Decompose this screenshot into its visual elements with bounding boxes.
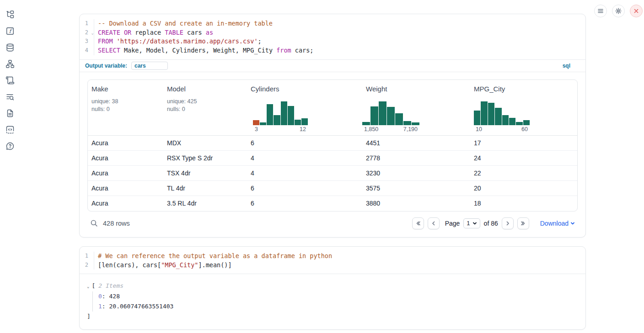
tree-root: ⌄[2 Items <box>87 281 578 291</box>
histogram-bar <box>488 103 494 125</box>
language-badge: sql <box>563 63 570 69</box>
dataframe-table: Make unique: 38 nulls: 0 Model unique: 4… <box>87 79 578 211</box>
histogram-bar <box>481 101 487 125</box>
sql-cell-output: Make unique: 38 nulls: 0 Model unique: 4… <box>80 72 585 237</box>
table-row[interactable]: AcuraTSX 4dr4323022 <box>88 166 577 181</box>
table-cell: 6 <box>247 185 362 192</box>
code-line: 3FROM 'https://datasets.marimo.app/cars.… <box>80 37 585 46</box>
svg-text:f: f <box>9 28 13 34</box>
code-line: 2[len(cars), cars["MPG_City"].mean()] <box>80 261 585 270</box>
table-cell: 17 <box>470 139 577 147</box>
table-cell: 20 <box>470 185 577 192</box>
line-number: 1 <box>80 19 94 28</box>
histogram-bar <box>509 118 515 125</box>
previous-page-button[interactable] <box>428 217 440 229</box>
settings-button[interactable] <box>612 5 625 17</box>
histogram-bar <box>403 121 411 125</box>
collapse-chevron-icon[interactable]: ⌄ <box>87 284 89 289</box>
page-label: Page <box>445 220 460 227</box>
line-number: 2 <box>80 261 94 270</box>
histogram-bar <box>516 122 522 125</box>
table-row[interactable]: AcuraRSX Type S 2dr4277824 <box>88 151 577 166</box>
search-icon[interactable] <box>90 219 98 227</box>
table-cell: RSX Type S 2dr <box>163 154 247 162</box>
column-header-make[interactable]: Make unique: 38 nulls: 0 <box>88 80 163 135</box>
column-label: MPG_City <box>474 85 574 93</box>
file-document-icon[interactable] <box>5 109 15 118</box>
histogram-min-label: 10 <box>476 126 482 132</box>
column-label: Model <box>167 85 243 93</box>
topbar <box>594 5 643 17</box>
code-line: 4SELECT Make, Model, Cylinders, Weight, … <box>80 46 585 55</box>
histogram-bar <box>379 101 386 125</box>
column-header-mpg-city[interactable]: MPG_City 10 60 <box>470 80 577 135</box>
table-cell: 3880 <box>362 200 470 207</box>
code-line: 2⌄CREATE OR replace TABLE cars as <box>80 28 585 37</box>
table-header: Make unique: 38 nulls: 0 Model unique: 4… <box>88 80 577 136</box>
sidebar: f <box>0 0 20 333</box>
histogram-min-label: 1,850 <box>364 126 378 132</box>
histogram-min-label: 3 <box>255 126 258 132</box>
scroll-icon[interactable] <box>5 76 15 85</box>
table-cell: 3230 <box>362 169 470 177</box>
histogram-bar <box>274 115 280 125</box>
weight-histogram: 1,850 7,190 <box>362 101 419 132</box>
file-tree-icon[interactable] <box>5 10 15 19</box>
column-stats: unique: 425 nulls: 0 <box>167 98 243 113</box>
table-body: AcuraMDX6445117AcuraRSX Type S 2dr427782… <box>88 136 577 211</box>
last-page-button[interactable] <box>517 217 529 229</box>
code-text: CREATE OR replace TABLE cars as <box>94 28 213 37</box>
table-cell: 4 <box>247 169 362 177</box>
table-cell: MDX <box>163 139 247 147</box>
dependency-graph-icon[interactable] <box>5 59 15 69</box>
column-label: Cylinders <box>251 85 359 93</box>
column-label: Make <box>91 85 160 93</box>
list-search-icon[interactable] <box>5 92 15 101</box>
table-cell: TL 4dr <box>163 185 247 192</box>
code-text: # We can reference the output variable a… <box>94 252 332 261</box>
help-circle-icon[interactable] <box>5 142 15 151</box>
output-variable-input[interactable] <box>131 62 168 70</box>
fold-chevron-icon[interactable]: ⌄ <box>91 29 94 38</box>
table-row[interactable]: AcuraMDX6445117 <box>88 136 577 151</box>
histogram-bar <box>253 120 259 125</box>
histogram-bar <box>395 113 403 125</box>
column-header-weight[interactable]: Weight 1,850 7,190 <box>362 80 470 135</box>
snippets-code-icon[interactable] <box>5 125 15 134</box>
python-code-editor[interactable]: 1# We can reference the output variable … <box>80 247 585 274</box>
sql-code-editor[interactable]: 1-- Download a CSV and create an in-memo… <box>80 14 585 59</box>
table-cell: 6 <box>247 200 362 207</box>
chevron-down-icon <box>570 221 575 226</box>
first-page-button[interactable] <box>412 217 424 229</box>
tree-close-bracket: ] <box>87 312 578 322</box>
table-cell: 4451 <box>362 139 470 147</box>
column-header-model[interactable]: Model unique: 425 nulls: 0 <box>163 80 247 135</box>
table-footer: 428 rows Page 1 of 86 <box>87 216 578 231</box>
mpg-city-histogram: 10 60 <box>474 101 530 132</box>
histogram-bar <box>495 108 501 125</box>
histogram-max-label: 7,190 <box>403 126 418 132</box>
shutdown-button[interactable] <box>630 5 643 17</box>
function-square-icon[interactable]: f <box>5 26 15 36</box>
histogram-max-label: 12 <box>300 126 306 132</box>
tree-entry: 0: 428 <box>98 291 578 301</box>
histogram-bar <box>295 120 301 125</box>
page-select[interactable]: 1 <box>463 218 480 228</box>
download-button[interactable]: Download <box>540 220 575 227</box>
table-row[interactable]: Acura3.5 RL 4dr6388018 <box>88 196 577 211</box>
next-page-button[interactable] <box>502 217 514 229</box>
histogram-bar <box>370 106 378 125</box>
page-total-label: of 86 <box>484 220 498 227</box>
code-text: FROM 'https://datasets.marimo.app/cars.c… <box>94 37 262 46</box>
table-cell: 24 <box>470 154 577 162</box>
table-cell: 3.5 RL 4dr <box>163 200 247 207</box>
tree-children: 0: 4281: 20.060747663551403 <box>92 291 578 312</box>
column-header-cylinders[interactable]: Cylinders 3 12 <box>247 80 362 135</box>
menu-button[interactable] <box>594 5 607 17</box>
tree-entry-key: 0 <box>98 293 102 300</box>
database-icon[interactable] <box>5 43 15 52</box>
table-cell: 22 <box>470 169 577 177</box>
table-cell: Acura <box>88 139 163 147</box>
python-cell: 1# We can reference the output variable … <box>79 246 586 330</box>
table-row[interactable]: AcuraTL 4dr6357520 <box>88 181 577 196</box>
